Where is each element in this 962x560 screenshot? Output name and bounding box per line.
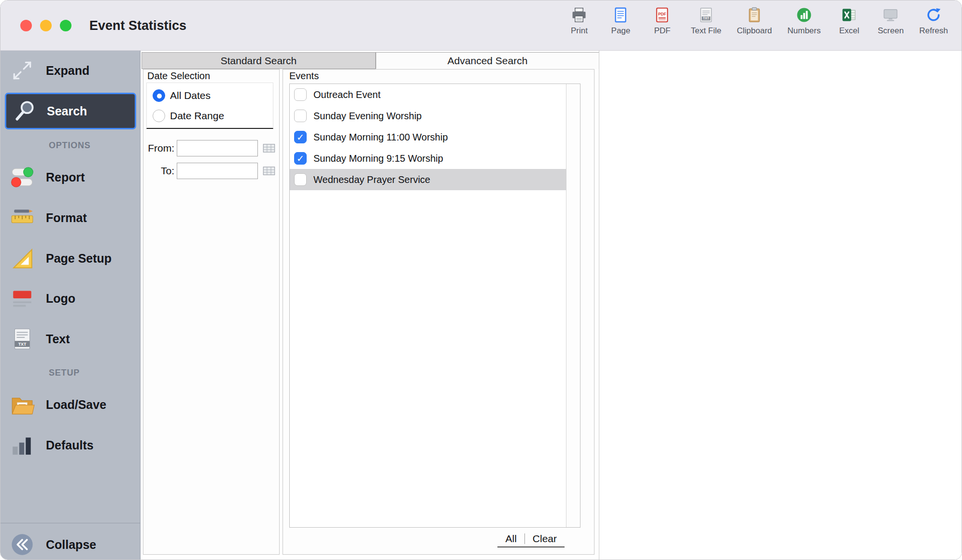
toolbar-label: Excel [839, 26, 860, 36]
title-bar: Event Statistics Print Page PDF PDF [0, 0, 962, 51]
from-calendar-button[interactable] [262, 141, 276, 155]
event-label: Sunday Evening Worship [313, 111, 422, 122]
radio-all-dates[interactable]: All Dates [153, 89, 211, 102]
results-divider [599, 51, 599, 560]
svg-text:TXT: TXT [703, 16, 709, 20]
sidebar-item-page-setup[interactable]: Page Setup [0, 242, 141, 274]
toolbar-screen[interactable]: Screen [877, 5, 904, 36]
sidebar-item-text[interactable]: TXT Text [0, 323, 141, 355]
minimize-button[interactable] [40, 20, 52, 31]
numbers-icon [795, 5, 813, 25]
expand-icon [8, 57, 36, 84]
toolbar-label: Print [571, 26, 588, 36]
radio-icon [153, 89, 165, 102]
toolbar-label: Refresh [919, 26, 948, 36]
from-date-row: From: [143, 140, 280, 157]
toolbar-text-file[interactable]: TXT Text File [691, 5, 721, 36]
toolbar-label: Text File [691, 26, 721, 36]
event-checkbox[interactable] [294, 173, 307, 186]
sidebar-item-label: Text [46, 332, 70, 346]
search-icon [11, 98, 39, 125]
event-checkbox[interactable] [294, 152, 307, 165]
event-label: Sunday Morning 9:15 Worship [313, 153, 443, 164]
sidebar-item-label: Search [47, 104, 87, 118]
toolbar-label: Numbers [788, 26, 821, 36]
toolbar-label: Screen [878, 26, 904, 36]
sidebar-item-defaults[interactable]: Defaults [0, 429, 141, 461]
date-radio-group: All Dates Date Range [146, 83, 273, 129]
sidebar-item-format[interactable]: Format [0, 202, 141, 234]
date-selection-panel: Date Selection All Dates Date Range From… [143, 69, 280, 555]
event-row[interactable]: Sunday Evening Worship [290, 105, 566, 126]
select-all-button[interactable]: All [497, 532, 524, 546]
svg-text:TXT: TXT [18, 342, 27, 347]
report-toggles-icon [8, 164, 36, 191]
toolbar-label: PDF [654, 26, 670, 36]
radio-label: Date Range [170, 110, 224, 122]
sidebar-item-label: Expand [46, 64, 89, 78]
sidebar-item-label: Report [46, 170, 85, 184]
sidebar-item-expand[interactable]: Expand [0, 55, 141, 86]
toolbar-print[interactable]: Print [566, 5, 592, 36]
toolbar-excel[interactable]: Excel [836, 5, 862, 36]
event-row[interactable]: Outreach Event [290, 84, 566, 105]
sidebar-section-options: OPTIONS [49, 140, 91, 151]
zoom-button[interactable] [60, 20, 71, 31]
text-file-icon: TXT [697, 5, 715, 25]
sidebar-item-label: Format [46, 211, 87, 225]
tab-standard-search[interactable]: Standard Search [141, 52, 376, 69]
event-row[interactable]: Sunday Morning 11:00 Worship [290, 126, 566, 148]
set-square-icon [8, 245, 36, 272]
event-row[interactable]: Wednesday Prayer Service [290, 169, 566, 190]
bar-chart-icon [8, 432, 36, 459]
page-icon [612, 5, 629, 25]
event-checkbox[interactable] [294, 110, 307, 122]
app-window: Event Statistics Print Page PDF PDF [0, 0, 962, 560]
toolbar-refresh[interactable]: Refresh [919, 5, 948, 36]
events-list: Outreach Event Sunday Evening Worship Su… [289, 84, 580, 528]
to-date-row: To: [143, 162, 280, 180]
toolbar-page[interactable]: Page [608, 5, 634, 36]
main-content: Standard Search Advanced Search Date Sel… [141, 51, 962, 560]
events-rows: Outreach Event Sunday Evening Worship Su… [290, 84, 566, 527]
event-checkbox[interactable] [294, 88, 307, 101]
svg-text:PDF: PDF [658, 12, 666, 16]
event-label: Sunday Morning 11:00 Worship [313, 132, 448, 143]
to-date-input[interactable] [177, 163, 258, 179]
tab-advanced-search[interactable]: Advanced Search [376, 52, 599, 69]
event-list-buttons: All Clear [497, 531, 565, 547]
pdf-icon: PDF [653, 5, 671, 25]
toolbar-numbers[interactable]: Numbers [788, 5, 821, 36]
folder-icon [8, 391, 36, 418]
to-calendar-button[interactable] [262, 164, 276, 178]
toolbar-clipboard[interactable]: Clipboard [737, 5, 772, 36]
radio-label: All Dates [170, 90, 211, 101]
sidebar-item-load-save[interactable]: Load/Save [0, 389, 141, 420]
toolbar: Print Page PDF PDF TXT Text File [566, 5, 948, 48]
sidebar-section-setup: SETUP [49, 368, 80, 378]
from-date-input[interactable] [177, 140, 258, 156]
close-button[interactable] [20, 20, 32, 31]
to-label: To: [143, 165, 174, 177]
event-row[interactable]: Sunday Morning 9:15 Worship [290, 148, 566, 169]
collapse-icon [8, 531, 36, 558]
toolbar-label: Page [611, 26, 631, 36]
event-checkbox[interactable] [294, 131, 307, 143]
event-label: Outreach Event [313, 89, 381, 100]
sidebar-item-label: Page Setup [46, 252, 112, 266]
toolbar-label: Clipboard [737, 26, 772, 36]
sidebar-item-label: Logo [46, 292, 75, 306]
sidebar-item-label: Collapse [46, 538, 96, 552]
sidebar-separator [0, 523, 141, 523]
sidebar-item-collapse[interactable]: Collapse [0, 529, 141, 560]
toolbar-pdf[interactable]: PDF PDF [649, 5, 675, 36]
events-scrollbar[interactable] [566, 84, 580, 527]
clear-button[interactable]: Clear [525, 532, 565, 546]
sidebar-item-logo[interactable]: Logo [0, 282, 141, 314]
radio-date-range[interactable]: Date Range [153, 110, 224, 122]
sidebar-item-report[interactable]: Report [0, 161, 141, 193]
sidebar-item-search[interactable]: Search [5, 93, 136, 129]
screen-icon [882, 5, 899, 25]
excel-icon [840, 5, 858, 25]
refresh-icon [925, 5, 942, 25]
